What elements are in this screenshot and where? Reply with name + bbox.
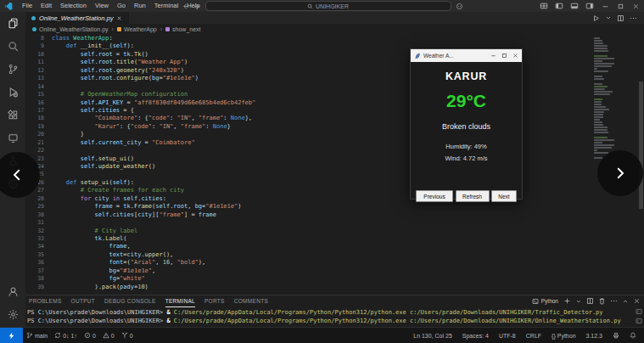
- search-input[interactable]: UNIHGIKER: [205, 1, 451, 11]
- panel-tab-output[interactable]: OUTPUT: [71, 295, 96, 307]
- remote-indicator[interactable]: [0, 328, 23, 343]
- status-fork[interactable]: 0: [118, 332, 137, 339]
- code-line[interactable]: 33 tk.Label(: [25, 235, 644, 243]
- layout-sidebar-left-icon[interactable]: [552, 0, 566, 12]
- code-line[interactable]: 25: [25, 171, 644, 178]
- status-braces[interactable]: {}Python: [548, 333, 579, 339]
- code-line[interactable]: 35 text=city.upper(),: [25, 251, 644, 259]
- menu-file[interactable]: File: [18, 0, 36, 12]
- code-line[interactable]: 9 def __init__(self):: [25, 42, 644, 50]
- code-line[interactable]: 24 self.update_weather(): [25, 163, 644, 171]
- weather-minimize-icon[interactable]: [490, 53, 496, 59]
- code-line[interactable]: 17 self.cities = {: [25, 107, 644, 115]
- refresh-button[interactable]: Refresh: [456, 190, 490, 202]
- code-line[interactable]: 22: [25, 147, 644, 155]
- terminal-shell-item[interactable]: Python: [532, 298, 558, 305]
- trash-icon[interactable]: [598, 297, 606, 305]
- terminal-instance-list[interactable]: [636, 308, 642, 324]
- plus-icon[interactable]: [563, 297, 571, 305]
- close-icon[interactable]: [629, 0, 642, 12]
- weather-maximize-icon[interactable]: [501, 53, 507, 59]
- code-line[interactable]: 34 frame,: [25, 243, 644, 250]
- code-line[interactable]: 37 bg="#1e1e1e",: [25, 267, 644, 275]
- maximize-icon[interactable]: [613, 0, 627, 12]
- status-error[interactable]: 0: [81, 332, 99, 339]
- code-line[interactable]: 39 ).pack(pady=10): [25, 284, 644, 291]
- code-line[interactable]: 21 self.current_city = "Coimbatore": [25, 139, 644, 147]
- code-line[interactable]: 15 # OpenWeatherMap configuration: [25, 91, 644, 98]
- breadcrumb-item[interactable]: Online_WeatherStation.py: [32, 26, 109, 32]
- carousel-next-arrow[interactable]: [597, 150, 643, 196]
- panel-tab-terminal[interactable]: TERMINAL: [165, 295, 195, 307]
- layout-sidebar-right-icon[interactable]: [583, 0, 596, 12]
- code-line[interactable]: 31: [25, 219, 644, 227]
- activity-search-icon[interactable]: [0, 35, 25, 58]
- tab-close-icon[interactable]: [116, 15, 122, 21]
- status-branch[interactable]: main: [23, 332, 51, 339]
- code-line[interactable]: 19 "Karur": {"code": "IN", "frame": None…: [25, 123, 644, 131]
- code-line[interactable]: 36 font=("Arial", 16, "bold"),: [25, 259, 644, 267]
- activity-source-control-icon[interactable]: [0, 58, 25, 81]
- code-editor[interactable]: 8class WeatherApp:9 def __init__(self):1…: [25, 35, 644, 295]
- menu-edit[interactable]: Edit: [36, 0, 56, 12]
- status-utf-8[interactable]: UTF-8: [496, 333, 519, 339]
- code-line[interactable]: 29 frame = tk.Frame(self.root, bg="#1e1e…: [25, 203, 644, 211]
- status-printer[interactable]: [609, 332, 623, 339]
- code-line[interactable]: 20 }: [25, 131, 644, 138]
- code-line[interactable]: 8class WeatherApp:: [25, 35, 644, 42]
- panel-tab-debug-console[interactable]: DEBUG CONSOLE: [104, 295, 156, 307]
- panel-tab-comments[interactable]: COMMENTS: [234, 295, 268, 307]
- status-3-12-3[interactable]: 3.12.3: [583, 333, 606, 339]
- code-line[interactable]: 27 # Create frames for each city: [25, 187, 644, 194]
- code-line[interactable]: 32 # City label: [25, 228, 644, 235]
- history-back-icon[interactable]: [182, 3, 189, 10]
- next-button[interactable]: Next: [491, 190, 517, 202]
- code-line[interactable]: 13 self.root.configure(bg="#1e1e1e"): [25, 75, 644, 82]
- activity-account-icon[interactable]: [0, 280, 25, 303]
- code-line[interactable]: 16 self.API_KEY = "aff8f830df049d66e685b…: [25, 99, 644, 107]
- terminal-output[interactable]: PS C:\Users\prade\Downloads\UNIHGIKER> &…: [27, 308, 632, 325]
- status-bell[interactable]: [626, 332, 640, 339]
- split-icon[interactable]: [586, 297, 594, 305]
- activity-extensions-icon[interactable]: [0, 104, 25, 127]
- menu-go[interactable]: Go: [113, 0, 130, 12]
- status-sync[interactable]: 0↓ 1↑: [51, 332, 81, 339]
- code-line[interactable]: 28 for city in self.cities:: [25, 195, 644, 203]
- code-line[interactable]: 11 self.root.title("Weather App"): [25, 59, 644, 66]
- weather-window-titlebar[interactable]: Weather A...: [411, 49, 522, 62]
- code-line[interactable]: 18 "Coimbatore": {"code": "IN", "frame":…: [25, 115, 644, 122]
- code-line[interactable]: 30 self.cities[city]["frame"] = frame: [25, 211, 644, 219]
- chevron-up-icon[interactable]: [622, 298, 629, 305]
- breadcrumb-item[interactable]: show_next: [165, 26, 200, 32]
- status-crlf[interactable]: CRLF: [523, 333, 545, 339]
- close-icon[interactable]: [633, 297, 641, 305]
- activity-settings-icon[interactable]: [0, 303, 25, 326]
- tab-online-weatherstation[interactable]: Online_WeatherStation.py: [25, 12, 129, 24]
- weather-close-icon[interactable]: [512, 53, 518, 59]
- status-ln-130-col-25[interactable]: Ln 130, Col 25: [410, 333, 456, 339]
- copilot-icon[interactable]: [456, 3, 463, 10]
- breadcrumb-item[interactable]: WeatherApp: [117, 26, 157, 32]
- code-line[interactable]: 10 self.root = tk.Tk(): [25, 51, 644, 59]
- status-warning[interactable]: 0: [99, 332, 118, 339]
- chevron-down-icon[interactable]: [605, 14, 612, 21]
- activity-remote-explorer-icon[interactable]: [0, 127, 25, 149]
- code-line[interactable]: 23 self.setup_ui(): [25, 155, 644, 163]
- editor-scrollbar[interactable]: [639, 82, 643, 209]
- menu-selection[interactable]: Selection: [56, 0, 91, 12]
- layout-panel-icon[interactable]: [568, 0, 581, 12]
- menu-terminal[interactable]: Terminal: [150, 0, 182, 12]
- layout-customize-icon[interactable]: [537, 0, 551, 12]
- code-line[interactable]: 26 def setup_ui(self):: [25, 179, 644, 187]
- menu-run[interactable]: Run: [130, 0, 150, 12]
- code-line[interactable]: 14: [25, 83, 644, 91]
- run-icon[interactable]: [592, 14, 600, 22]
- chevron-down-icon[interactable]: [575, 298, 582, 305]
- panel-tab-problems[interactable]: PROBLEMS: [29, 295, 62, 307]
- panel-tab-ports[interactable]: PORTS: [204, 295, 225, 307]
- activity-run-debug-icon[interactable]: [0, 81, 25, 104]
- split-editor-icon[interactable]: [617, 14, 624, 22]
- minimize-icon[interactable]: [598, 0, 612, 12]
- menu-view[interactable]: View: [91, 0, 113, 12]
- history-forward-icon[interactable]: [193, 3, 201, 10]
